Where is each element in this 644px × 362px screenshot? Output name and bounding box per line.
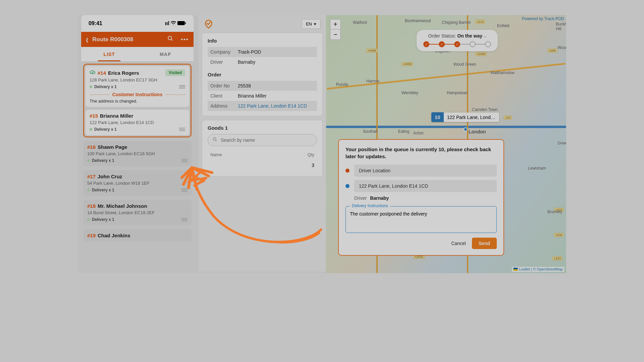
- place-label: Ruislip: [336, 82, 348, 87]
- step-dot: ✓: [439, 41, 445, 47]
- drag-handle-icon[interactable]: [181, 218, 187, 221]
- stop-card[interactable]: #19 Chad Jenkins: [83, 229, 192, 242]
- status-value: On the way: [457, 33, 482, 39]
- tab-map[interactable]: MAP: [138, 47, 194, 61]
- driver-value: Barnaby: [238, 59, 255, 65]
- route-title: Route R000308: [92, 36, 133, 43]
- driver-label: Driver: [210, 59, 238, 65]
- order-status-chip[interactable]: Order Status: On the way ⌵ ✓ ✓ ✓: [417, 30, 498, 51]
- place-label: Hampstead: [447, 90, 467, 95]
- map-attribution[interactable]: 🇺🇦 Leaflet | © OpenStreetMap: [512, 267, 564, 272]
- orderno-value: 25538: [238, 83, 251, 88]
- send-button[interactable]: Send: [472, 238, 497, 249]
- phone-mockup: 09:41 ııl ‹ Route R000308 ••• LIST MAP #…: [81, 15, 194, 272]
- delivery-count: Delivery x 1: [92, 158, 114, 163]
- client-label: Client: [210, 93, 238, 99]
- svg-rect-0: [177, 21, 185, 25]
- step-dot: [470, 41, 476, 47]
- place-label: Camden Town: [472, 107, 498, 112]
- place-label: Buckhurst Hill: [556, 22, 566, 31]
- route-header: ‹ Route R000308 •••: [81, 32, 194, 47]
- place-label: Enfield: [497, 23, 509, 28]
- col-qty: Qty: [308, 152, 314, 157]
- customer-instructions-title: Customer Instructions: [90, 92, 185, 97]
- driver-location-pill: Driver Location: [354, 165, 497, 177]
- place-label: Wembley: [401, 90, 418, 95]
- goods-search[interactable]: [208, 134, 317, 146]
- destination-pill: 122 Park Lane, London E14 1CD: [354, 180, 497, 192]
- col-name: Name: [210, 152, 308, 157]
- back-icon[interactable]: ‹: [86, 33, 88, 47]
- stop-name: Chad Jenkins: [98, 233, 130, 238]
- stop-card-15[interactable]: #15 Brianna Miller 122 Park Lane, London…: [86, 110, 189, 135]
- stop-card[interactable]: #16 Shawn Page100 Park Lane, London EC16…: [83, 141, 192, 166]
- map-marker[interactable]: 10 122 Park Lane, London E...: [431, 112, 499, 122]
- popup-driver-label: Driver: [354, 195, 367, 201]
- language-selector[interactable]: EN▾: [302, 19, 321, 29]
- delivery-count: Delivery x 1: [92, 217, 114, 222]
- place-label: Bromley: [547, 209, 562, 214]
- instructions-label: Delivery Instructions: [350, 203, 390, 208]
- place-label: Harrow: [366, 79, 379, 83]
- info-title: Info: [208, 38, 317, 44]
- place-label: Woodford: [557, 45, 566, 50]
- goods-search-input[interactable]: [221, 137, 312, 143]
- status-dot: [90, 128, 92, 131]
- zoom-control: + −: [330, 19, 341, 40]
- goods-name-cell: [210, 163, 312, 168]
- place-label: Greenwich: [557, 141, 566, 145]
- stop-card-14[interactable]: #14 Erica Rogers Visited 128 Park Lane, …: [86, 66, 189, 107]
- popup-driver-value: Barnaby: [370, 195, 389, 201]
- company-value: Track-POD: [238, 49, 261, 55]
- status-icons: ııl: [165, 20, 186, 26]
- status-dot: [87, 218, 90, 221]
- info-panel: Info CompanyTrack-POD DriverBarnaby Orde…: [202, 33, 323, 116]
- place-label: Borehamwood: [405, 18, 431, 23]
- place-label: London: [469, 129, 486, 134]
- driver-location-dot: [345, 169, 350, 173]
- customer-instructions-body: The address is changed.: [90, 99, 185, 104]
- stop-card[interactable]: #17 John Cruz54 Park Lane, London W18 1E…: [83, 170, 192, 196]
- drag-handle-icon[interactable]: [181, 188, 187, 192]
- instructions-textarea[interactable]: [350, 211, 492, 222]
- destination-dot: [345, 184, 350, 188]
- stop-number: #18: [87, 203, 96, 209]
- status-dot: [87, 159, 90, 162]
- place-label: Walthamstow: [490, 70, 515, 75]
- battery-icon: [177, 20, 186, 26]
- stop-card[interactable]: #18 Mr. Michael Johnson14 Bond Street, L…: [83, 200, 192, 225]
- powered-by-link[interactable]: Powered by Track-POD: [522, 16, 564, 21]
- step-dot: [485, 41, 491, 47]
- cloud-check-icon: [90, 70, 96, 76]
- chevron-down-icon: ▾: [314, 21, 316, 26]
- drag-handle-icon[interactable]: [179, 128, 185, 131]
- cancel-button[interactable]: Cancel: [451, 241, 466, 246]
- drag-handle-icon[interactable]: [181, 159, 187, 162]
- zoom-in-button[interactable]: +: [330, 19, 340, 29]
- instructions-field[interactable]: Delivery Instructions: [345, 206, 497, 233]
- place-label: Southall: [363, 129, 377, 134]
- svg-line-5: [216, 140, 217, 141]
- stop-address: 14 Bond Street, London EC19 2EF: [87, 210, 187, 215]
- drag-handle-icon[interactable]: [179, 85, 185, 88]
- map-view[interactable]: A4008 A4006 A1000 A110 A406 A10 A222 A23…: [326, 15, 566, 273]
- place-label: Ealing: [398, 129, 409, 134]
- search-icon[interactable]: [167, 36, 173, 43]
- place-label: Acton: [413, 131, 424, 135]
- tabs: LIST MAP: [81, 47, 194, 62]
- tab-list[interactable]: LIST: [81, 47, 138, 61]
- svg-point-2: [168, 36, 172, 40]
- status-bar: 09:41 ııl: [81, 15, 194, 32]
- status-dot: [90, 85, 92, 88]
- zoom-out-button[interactable]: −: [330, 29, 340, 40]
- place-label: Chipping Barnet: [442, 20, 471, 25]
- address-value[interactable]: 122 Park Lane, London E14 1CD: [238, 103, 307, 109]
- marker-number: 10: [431, 112, 444, 122]
- goods-panel: Goods 1 NameQty 3: [202, 120, 323, 176]
- order-title: Order: [208, 72, 317, 77]
- chevron-down-icon: ⌵: [484, 33, 486, 39]
- more-icon[interactable]: •••: [181, 36, 189, 43]
- trackpod-logo-icon: [204, 19, 213, 29]
- clock: 09:41: [89, 20, 102, 26]
- place-label: Lewisham: [528, 166, 546, 171]
